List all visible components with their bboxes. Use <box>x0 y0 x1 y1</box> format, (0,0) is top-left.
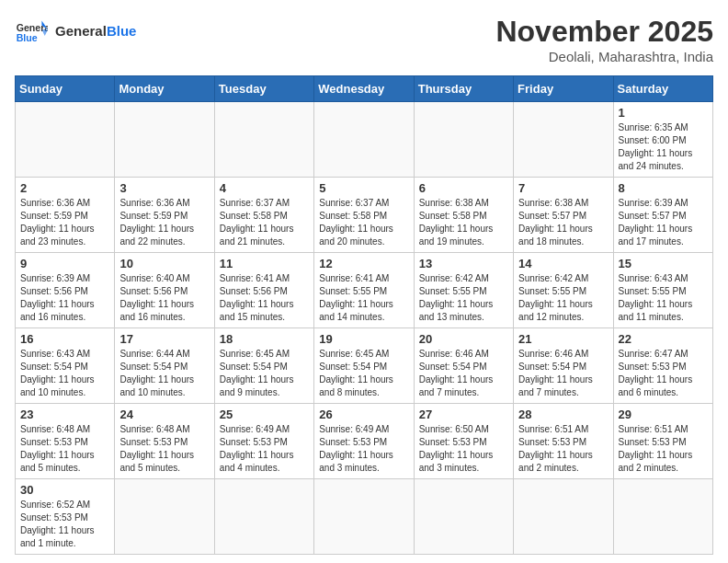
day-number: 26 <box>319 408 408 421</box>
day-number: 3 <box>119 181 209 195</box>
calendar-cell: 12Sunrise: 6:41 AM Sunset: 5:55 PM Dayli… <box>314 253 414 328</box>
day-info: Sunrise: 6:48 AM Sunset: 5:53 PM Dayligh… <box>119 423 209 475</box>
day-info: Sunrise: 6:50 AM Sunset: 5:53 PM Dayligh… <box>419 423 508 475</box>
calendar-cell: 27Sunrise: 6:50 AM Sunset: 5:53 PM Dayli… <box>414 404 513 479</box>
svg-text:Blue: Blue <box>17 32 38 43</box>
day-info: Sunrise: 6:49 AM Sunset: 5:53 PM Dayligh… <box>220 423 309 475</box>
day-number: 17 <box>119 332 209 346</box>
day-info: Sunrise: 6:37 AM Sunset: 5:58 PM Dayligh… <box>319 197 408 248</box>
day-info: Sunrise: 6:35 AM Sunset: 6:00 PM Dayligh… <box>619 121 708 173</box>
day-number: 20 <box>419 332 508 346</box>
calendar-cell <box>514 479 613 555</box>
day-number: 15 <box>619 257 708 270</box>
calendar-cell: 24Sunrise: 6:48 AM Sunset: 5:53 PM Dayli… <box>115 404 214 479</box>
day-number: 24 <box>119 408 209 421</box>
calendar-cell: 7Sunrise: 6:38 AM Sunset: 5:57 PM Daylig… <box>514 178 613 253</box>
day-number: 7 <box>518 181 608 195</box>
weekday-header-tuesday: Tuesday <box>214 76 313 102</box>
calendar-cell: 26Sunrise: 6:49 AM Sunset: 5:53 PM Dayli… <box>314 404 414 479</box>
weekday-header-saturday: Saturday <box>613 76 712 102</box>
day-info: Sunrise: 6:42 AM Sunset: 5:55 PM Dayligh… <box>419 272 508 324</box>
day-number: 1 <box>619 106 708 120</box>
calendar-cell: 25Sunrise: 6:49 AM Sunset: 5:53 PM Dayli… <box>214 404 313 479</box>
calendar-cell: 19Sunrise: 6:45 AM Sunset: 5:54 PM Dayli… <box>314 328 414 404</box>
day-info: Sunrise: 6:45 AM Sunset: 5:54 PM Dayligh… <box>220 348 309 399</box>
day-number: 11 <box>220 257 309 270</box>
calendar-cell: 21Sunrise: 6:46 AM Sunset: 5:54 PM Dayli… <box>514 328 613 404</box>
logo: General Blue GeneralBlue <box>15 15 136 48</box>
day-number: 29 <box>619 408 708 421</box>
day-info: Sunrise: 6:38 AM Sunset: 5:57 PM Dayligh… <box>518 197 608 248</box>
day-number: 28 <box>518 408 608 421</box>
logo-icon: General Blue <box>15 15 48 48</box>
day-number: 12 <box>319 257 408 270</box>
day-number: 16 <box>20 332 109 346</box>
day-number: 30 <box>20 483 109 497</box>
calendar-cell: 9Sunrise: 6:39 AM Sunset: 5:56 PM Daylig… <box>16 253 115 328</box>
page-header: General Blue GeneralBlue November 2025 D… <box>15 15 713 64</box>
day-number: 8 <box>619 181 708 195</box>
calendar-cell <box>414 102 513 178</box>
day-info: Sunrise: 6:46 AM Sunset: 5:54 PM Dayligh… <box>518 348 608 399</box>
calendar-cell: 14Sunrise: 6:42 AM Sunset: 5:55 PM Dayli… <box>514 253 613 328</box>
logo-blue: Blue <box>107 23 137 39</box>
day-number: 19 <box>319 332 408 346</box>
day-info: Sunrise: 6:45 AM Sunset: 5:54 PM Dayligh… <box>319 348 408 399</box>
day-number: 27 <box>419 408 508 421</box>
day-number: 21 <box>518 332 608 346</box>
title-block: November 2025 Deolali, Maharashtra, Indi… <box>495 15 713 64</box>
calendar-cell: 23Sunrise: 6:48 AM Sunset: 5:53 PM Dayli… <box>16 404 115 479</box>
day-info: Sunrise: 6:39 AM Sunset: 5:56 PM Dayligh… <box>20 272 109 324</box>
day-info: Sunrise: 6:42 AM Sunset: 5:55 PM Dayligh… <box>518 272 608 324</box>
day-number: 14 <box>518 257 608 270</box>
logo-general: General <box>55 23 107 39</box>
calendar-week-4: 23Sunrise: 6:48 AM Sunset: 5:53 PM Dayli… <box>16 404 713 479</box>
weekday-header-row: SundayMondayTuesdayWednesdayThursdayFrid… <box>16 76 713 102</box>
day-info: Sunrise: 6:41 AM Sunset: 5:55 PM Dayligh… <box>319 272 408 324</box>
calendar-cell <box>514 102 613 178</box>
day-info: Sunrise: 6:49 AM Sunset: 5:53 PM Dayligh… <box>319 423 408 475</box>
calendar-cell <box>16 102 115 178</box>
calendar-cell: 3Sunrise: 6:36 AM Sunset: 5:59 PM Daylig… <box>115 178 214 253</box>
day-info: Sunrise: 6:43 AM Sunset: 5:54 PM Dayligh… <box>20 348 109 399</box>
calendar-cell: 15Sunrise: 6:43 AM Sunset: 5:55 PM Dayli… <box>613 253 712 328</box>
day-info: Sunrise: 6:47 AM Sunset: 5:53 PM Dayligh… <box>619 348 708 399</box>
calendar-cell <box>214 479 313 555</box>
day-number: 23 <box>20 408 109 421</box>
weekday-header-sunday: Sunday <box>16 76 115 102</box>
day-info: Sunrise: 6:51 AM Sunset: 5:53 PM Dayligh… <box>518 423 608 475</box>
calendar-cell <box>214 102 313 178</box>
calendar-cell <box>314 102 414 178</box>
day-number: 4 <box>220 181 309 195</box>
day-number: 5 <box>319 181 408 195</box>
day-info: Sunrise: 6:46 AM Sunset: 5:54 PM Dayligh… <box>419 348 508 399</box>
weekday-header-monday: Monday <box>115 76 214 102</box>
day-info: Sunrise: 6:43 AM Sunset: 5:55 PM Dayligh… <box>619 272 708 324</box>
day-number: 2 <box>20 181 109 195</box>
calendar-cell <box>115 102 214 178</box>
calendar-cell <box>613 479 712 555</box>
day-info: Sunrise: 6:38 AM Sunset: 5:58 PM Dayligh… <box>419 197 508 248</box>
weekday-header-wednesday: Wednesday <box>314 76 414 102</box>
calendar-cell: 4Sunrise: 6:37 AM Sunset: 5:58 PM Daylig… <box>214 178 313 253</box>
calendar-cell: 6Sunrise: 6:38 AM Sunset: 5:58 PM Daylig… <box>414 178 513 253</box>
day-number: 6 <box>419 181 508 195</box>
calendar-cell: 28Sunrise: 6:51 AM Sunset: 5:53 PM Dayli… <box>514 404 613 479</box>
calendar-cell <box>115 479 214 555</box>
day-info: Sunrise: 6:48 AM Sunset: 5:53 PM Dayligh… <box>20 423 109 475</box>
calendar-cell: 29Sunrise: 6:51 AM Sunset: 5:53 PM Dayli… <box>613 404 712 479</box>
day-info: Sunrise: 6:36 AM Sunset: 5:59 PM Dayligh… <box>20 197 109 248</box>
month-title: November 2025 <box>495 15 713 49</box>
calendar-cell: 30Sunrise: 6:52 AM Sunset: 5:53 PM Dayli… <box>16 479 115 555</box>
day-info: Sunrise: 6:37 AM Sunset: 5:58 PM Dayligh… <box>220 197 309 248</box>
day-info: Sunrise: 6:36 AM Sunset: 5:59 PM Dayligh… <box>119 197 209 248</box>
calendar-cell: 16Sunrise: 6:43 AM Sunset: 5:54 PM Dayli… <box>16 328 115 404</box>
day-number: 25 <box>220 408 309 421</box>
calendar-week-0: 1Sunrise: 6:35 AM Sunset: 6:00 PM Daylig… <box>16 102 713 178</box>
day-info: Sunrise: 6:44 AM Sunset: 5:54 PM Dayligh… <box>119 348 209 399</box>
location: Deolali, Maharashtra, India <box>495 49 713 64</box>
day-info: Sunrise: 6:52 AM Sunset: 5:53 PM Dayligh… <box>20 499 109 550</box>
day-number: 18 <box>220 332 309 346</box>
calendar-week-1: 2Sunrise: 6:36 AM Sunset: 5:59 PM Daylig… <box>16 178 713 253</box>
calendar-cell: 1Sunrise: 6:35 AM Sunset: 6:00 PM Daylig… <box>613 102 712 178</box>
